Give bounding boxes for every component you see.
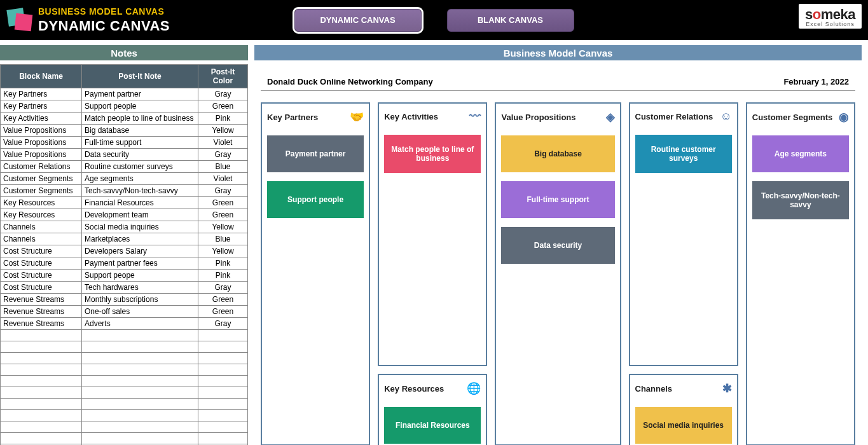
cell-block[interactable]: Cost Structure bbox=[1, 245, 82, 257]
table-row[interactable]: ChannelsMarketplacesBlue bbox=[1, 233, 248, 245]
table-row[interactable]: Key ResourcesDevelopment teamGreen bbox=[1, 209, 248, 221]
cell-note[interactable]: Match people to line of business bbox=[82, 113, 198, 125]
cell-color[interactable] bbox=[198, 341, 248, 353]
table-row[interactable]: Key ActivitiesMatch people to line of bu… bbox=[1, 113, 248, 125]
cell-color[interactable]: Violet bbox=[198, 137, 248, 149]
table-row[interactable]: Customer SegmentsAge segmentsViolet bbox=[1, 173, 248, 185]
post-it-note[interactable]: Big database bbox=[501, 135, 614, 172]
cell-note[interactable] bbox=[82, 353, 198, 364]
cell-color[interactable] bbox=[198, 433, 248, 444]
tab-blank-canvas[interactable]: BLANK CANVAS bbox=[447, 9, 574, 32]
table-row[interactable]: Value PropositionsData securityGray bbox=[1, 149, 248, 161]
cell-block[interactable]: Channels bbox=[1, 233, 82, 245]
cell-block[interactable] bbox=[1, 410, 82, 421]
cell-color[interactable]: Green bbox=[198, 209, 248, 221]
cell-color[interactable]: Gray bbox=[198, 282, 248, 294]
cell-block[interactable]: Customer Relations bbox=[1, 161, 82, 173]
table-row[interactable]: Revenue StreamsAdvertsGray bbox=[1, 318, 248, 330]
cell-block[interactable]: Cost Structure bbox=[1, 282, 82, 294]
cell-block[interactable]: Key Resources bbox=[1, 197, 82, 209]
table-row[interactable] bbox=[1, 341, 248, 353]
cell-color[interactable]: Blue bbox=[198, 233, 248, 245]
cell-note[interactable]: Data security bbox=[82, 149, 198, 161]
table-row[interactable]: Revenue StreamsOne-off salesGreen bbox=[1, 306, 248, 318]
cell-color[interactable]: Pink bbox=[198, 270, 248, 282]
cell-color[interactable]: Pink bbox=[198, 113, 248, 125]
cell-note[interactable]: Support peope bbox=[82, 270, 198, 282]
cell-block[interactable] bbox=[1, 364, 82, 376]
table-row[interactable] bbox=[1, 433, 248, 444]
table-row[interactable]: Value PropositionsFull-time supportViole… bbox=[1, 137, 248, 149]
cell-block[interactable]: Revenue Streams bbox=[1, 294, 82, 306]
cell-color[interactable]: Green bbox=[198, 294, 248, 306]
cell-color[interactable]: Green bbox=[198, 306, 248, 318]
cell-color[interactable]: Pink bbox=[198, 257, 248, 270]
cell-note[interactable]: Payment partner fees bbox=[82, 257, 198, 270]
cell-note[interactable]: Adverts bbox=[82, 318, 198, 330]
cell-block[interactable] bbox=[1, 433, 82, 444]
table-row[interactable] bbox=[1, 353, 248, 364]
table-row[interactable]: Customer RelationsRoutine customer surve… bbox=[1, 161, 248, 173]
cell-note[interactable]: Financial Resources bbox=[82, 197, 198, 209]
table-row[interactable] bbox=[1, 399, 248, 410]
post-it-note[interactable]: Payment partner bbox=[267, 135, 364, 172]
cell-block[interactable]: Cost Structure bbox=[1, 257, 82, 270]
cell-color[interactable] bbox=[198, 399, 248, 410]
cell-block[interactable]: Value Propositions bbox=[1, 149, 82, 161]
table-row[interactable] bbox=[1, 330, 248, 341]
cell-block[interactable]: Revenue Streams bbox=[1, 306, 82, 318]
cell-note[interactable]: Full-time support bbox=[82, 137, 198, 149]
cell-color[interactable]: Green bbox=[198, 100, 248, 113]
cell-block[interactable] bbox=[1, 421, 82, 433]
cell-color[interactable]: Yellow bbox=[198, 221, 248, 233]
cell-block[interactable]: Cost Structure bbox=[1, 270, 82, 282]
cell-note[interactable] bbox=[82, 421, 198, 433]
cell-note[interactable]: Payment partner bbox=[82, 88, 198, 100]
cell-block[interactable] bbox=[1, 330, 82, 341]
cell-color[interactable]: Blue bbox=[198, 161, 248, 173]
cell-block[interactable] bbox=[1, 341, 82, 353]
cell-block[interactable]: Key Partners bbox=[1, 100, 82, 113]
cell-note[interactable]: Big database bbox=[82, 125, 198, 137]
cell-color[interactable] bbox=[198, 410, 248, 421]
cell-block[interactable]: Channels bbox=[1, 221, 82, 233]
cell-note[interactable]: Developers Salary bbox=[82, 245, 198, 257]
cell-note[interactable] bbox=[82, 410, 198, 421]
cell-note[interactable]: Social media inquiries bbox=[82, 221, 198, 233]
post-it-note[interactable]: Social media inquiries bbox=[635, 407, 732, 444]
cell-color[interactable]: Gray bbox=[198, 88, 248, 100]
cell-block[interactable]: Customer Segments bbox=[1, 185, 82, 197]
cell-block[interactable]: Value Propositions bbox=[1, 125, 82, 137]
cell-note[interactable]: Monthly subscriptions bbox=[82, 294, 198, 306]
cell-color[interactable] bbox=[198, 330, 248, 341]
cell-block[interactable] bbox=[1, 399, 82, 410]
cell-note[interactable] bbox=[82, 330, 198, 341]
table-row[interactable]: Value PropositionsBig databaseYellow bbox=[1, 125, 248, 137]
table-row[interactable] bbox=[1, 410, 248, 421]
cell-color[interactable] bbox=[198, 376, 248, 387]
post-it-note[interactable]: Age segments bbox=[752, 135, 849, 172]
cell-block[interactable]: Customer Segments bbox=[1, 173, 82, 185]
cell-color[interactable] bbox=[198, 421, 248, 433]
cell-color[interactable]: Violet bbox=[198, 173, 248, 185]
post-it-note[interactable]: Tech-savvy/Non-tech-savvy bbox=[752, 181, 849, 219]
cell-block[interactable]: Key Resources bbox=[1, 209, 82, 221]
cell-color[interactable]: Gray bbox=[198, 318, 248, 330]
cell-block[interactable]: Key Partners bbox=[1, 88, 82, 100]
cell-note[interactable]: Tech-savvy/Non-tech-savvy bbox=[82, 185, 198, 197]
cell-note[interactable] bbox=[82, 376, 198, 387]
cell-color[interactable]: Yellow bbox=[198, 245, 248, 257]
cell-block[interactable]: Value Propositions bbox=[1, 137, 82, 149]
cell-color[interactable]: Green bbox=[198, 197, 248, 209]
table-row[interactable] bbox=[1, 376, 248, 387]
cell-block[interactable] bbox=[1, 376, 82, 387]
table-row[interactable]: Cost StructureDevelopers SalaryYellow bbox=[1, 245, 248, 257]
cell-note[interactable] bbox=[82, 433, 198, 444]
cell-note[interactable]: Routine customer surveys bbox=[82, 161, 198, 173]
cell-note[interactable] bbox=[82, 364, 198, 376]
cell-note[interactable]: Support people bbox=[82, 100, 198, 113]
table-row[interactable]: Cost StructureTech hardwaresGray bbox=[1, 282, 248, 294]
cell-block[interactable] bbox=[1, 387, 82, 399]
table-row[interactable]: ChannelsSocial media inquiriesYellow bbox=[1, 221, 248, 233]
tab-dynamic-canvas[interactable]: DYNAMIC CANVAS bbox=[294, 9, 422, 32]
